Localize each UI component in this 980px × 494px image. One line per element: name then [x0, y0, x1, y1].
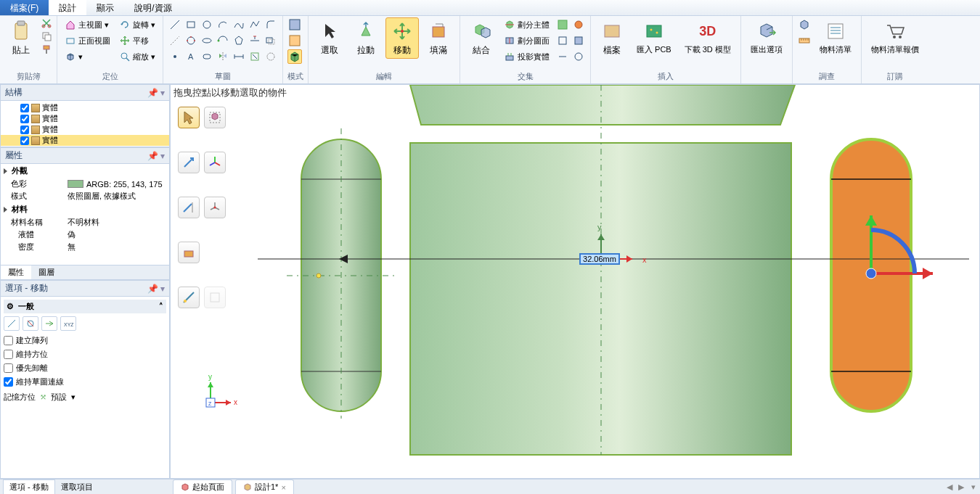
pan-button[interactable]: 平移 — [116, 33, 158, 48]
fillet-tool[interactable] — [264, 17, 278, 32]
menu-display[interactable]: 顯示 — [86, 0, 124, 15]
tab-menu[interactable]: ▾ — [967, 482, 980, 492]
mass-props-button[interactable] — [797, 17, 812, 32]
download-3d-button[interactable]: 3D下載 3D 模型 — [679, 17, 736, 57]
circle-tool[interactable] — [200, 17, 214, 32]
project-body-button[interactable]: 投影實體 — [501, 49, 552, 64]
construction-tool[interactable] — [264, 49, 278, 64]
tree-checkbox[interactable] — [20, 115, 29, 123]
point-tool[interactable] — [168, 49, 182, 64]
color-swatch[interactable] — [68, 180, 83, 188]
options-general-header[interactable]: ⚙一般˄ — [4, 300, 166, 313]
split-face-button[interactable]: 劃分圖面 — [501, 33, 552, 48]
tree-item[interactable]: 實體 — [1, 113, 169, 124]
copy-button[interactable] — [41, 30, 52, 42]
options-panel-header[interactable]: 選項 - 移動📌 ▾ — [0, 280, 170, 297]
format-painter-button[interactable] — [41, 44, 52, 55]
tree-checkbox[interactable] — [20, 125, 29, 134]
tree-checkbox[interactable] — [20, 136, 29, 145]
fill-button[interactable]: 填滿 — [422, 17, 455, 59]
opt-remember-row[interactable]: 記憶方位⤱預設▾ — [4, 389, 166, 406]
intersect-tool-6[interactable] — [571, 49, 586, 64]
tab-options-move[interactable]: 選項 - 移動 — [3, 479, 55, 494]
intersect-tool-3[interactable] — [555, 33, 570, 48]
material-list-button[interactable]: 物料清單 — [814, 17, 857, 57]
opt-tool-1[interactable] — [4, 316, 20, 331]
polyline-tool[interactable] — [248, 17, 262, 32]
menu-design[interactable]: 設計 — [49, 0, 86, 15]
tree-checkbox[interactable] — [20, 104, 29, 112]
section-mode-button[interactable] — [287, 33, 302, 48]
chevron-up-icon[interactable]: ˄ — [159, 302, 163, 311]
zoom-button[interactable]: 縮放▾ — [116, 49, 158, 64]
opt-tool-4[interactable]: XYZ — [60, 316, 76, 331]
solid-mode-button[interactable] — [287, 49, 302, 64]
intersect-tool-2[interactable] — [571, 17, 586, 32]
doc-tab-design1[interactable]: 設計1*× — [235, 479, 294, 494]
dimension-input[interactable] — [579, 253, 620, 265]
opt-detach-first[interactable]: 優先卸離 — [4, 361, 166, 375]
ellipse-tool[interactable] — [200, 33, 214, 48]
close-icon[interactable]: × — [281, 483, 285, 492]
view-gallery-button[interactable]: ▾ — [62, 49, 113, 64]
cut-button[interactable] — [41, 17, 52, 29]
tab-selection[interactable]: 選取項目 — [55, 480, 99, 494]
opt-maintain-orient[interactable]: 維持方位 — [4, 347, 166, 361]
insert-file-button[interactable]: 檔案 — [595, 17, 629, 59]
tab-nav-left[interactable]: ◀ — [944, 482, 955, 492]
line-tool[interactable] — [168, 17, 182, 32]
three-point-circle-tool[interactable] — [184, 33, 198, 48]
import-pcb-button[interactable]: 匯入 PCB — [632, 17, 677, 57]
menu-help[interactable]: 說明/資源 — [124, 0, 181, 15]
opt-maintain-sketch[interactable]: 維持草圖連線 — [4, 375, 166, 389]
pin-icon[interactable]: 📌 ▾ — [147, 151, 165, 161]
rotate-button[interactable]: 旋轉▾ — [116, 17, 158, 32]
dimension-tool[interactable] — [232, 49, 246, 64]
intersect-tool-4[interactable] — [571, 33, 586, 48]
split-body-button[interactable]: 劃分主體 — [501, 17, 552, 32]
sketch-mode-button[interactable] — [287, 17, 302, 32]
home-view-button[interactable]: 主視圖▾ — [62, 17, 113, 32]
intersect-tool-1[interactable] — [555, 17, 570, 32]
trim-tool[interactable] — [248, 33, 262, 48]
tree-item-selected[interactable]: 實體 — [1, 135, 169, 146]
material-section[interactable]: 材料 — [1, 202, 169, 216]
slot-tool[interactable] — [200, 49, 214, 64]
tree-item[interactable]: 實體 — [1, 124, 169, 135]
polygon-tool[interactable] — [232, 33, 246, 48]
prop-row-fluid[interactable]: 液體偽 — [1, 229, 169, 241]
spline-tool[interactable] — [232, 17, 246, 32]
text-tool[interactable]: A — [184, 49, 198, 64]
pin-icon[interactable]: 📌 ▾ — [147, 284, 165, 294]
pin-icon[interactable]: 📌 ▾ — [147, 88, 165, 98]
intersect-tool-5[interactable] — [555, 49, 570, 64]
prop-row-color[interactable]: 色彩ARGB: 255, 143, 175 — [1, 178, 169, 190]
structure-tree[interactable]: 實體 實體 實體 實體 — [0, 101, 170, 147]
pull-button[interactable]: 拉動 — [349, 17, 383, 59]
canvas[interactable]: 拖曳控點以移動選取的物件 — [170, 84, 980, 479]
tab-nav-right[interactable]: ▶ — [955, 482, 967, 492]
offset-tool[interactable] — [264, 33, 278, 48]
tangent-arc-tool[interactable] — [216, 33, 230, 48]
doc-tab-start[interactable]: 起始頁面 — [173, 479, 232, 494]
rect-tool[interactable] — [184, 17, 198, 32]
prop-row-density[interactable]: 密度無 — [1, 241, 169, 253]
project-tool[interactable] — [248, 49, 262, 64]
structure-panel-header[interactable]: 結構📌 ▾ — [0, 84, 170, 101]
tree-item[interactable]: 實體 — [1, 102, 169, 113]
mirror-tool[interactable] — [216, 49, 230, 64]
move-button[interactable]: 移動 — [385, 17, 419, 59]
opt-tool-3[interactable] — [41, 316, 57, 331]
arc-tool[interactable] — [216, 17, 230, 32]
menu-file[interactable]: 檔案(F) — [0, 0, 49, 15]
opt-tool-2[interactable] — [23, 316, 38, 331]
quote-button[interactable]: 物料清單報價 — [866, 17, 924, 57]
plan-view-button[interactable]: 正面視圖 — [62, 33, 113, 48]
select-button[interactable]: 選取 — [313, 17, 346, 59]
tab-properties[interactable]: 屬性 — [1, 265, 31, 279]
measure-button[interactable] — [797, 33, 812, 48]
tab-layers[interactable]: 圖層 — [31, 265, 62, 279]
export-button[interactable]: 匯出選項 — [746, 17, 788, 57]
paste-button[interactable]: 貼上 — [4, 17, 38, 59]
appearance-section[interactable]: 外觀 — [1, 164, 169, 178]
